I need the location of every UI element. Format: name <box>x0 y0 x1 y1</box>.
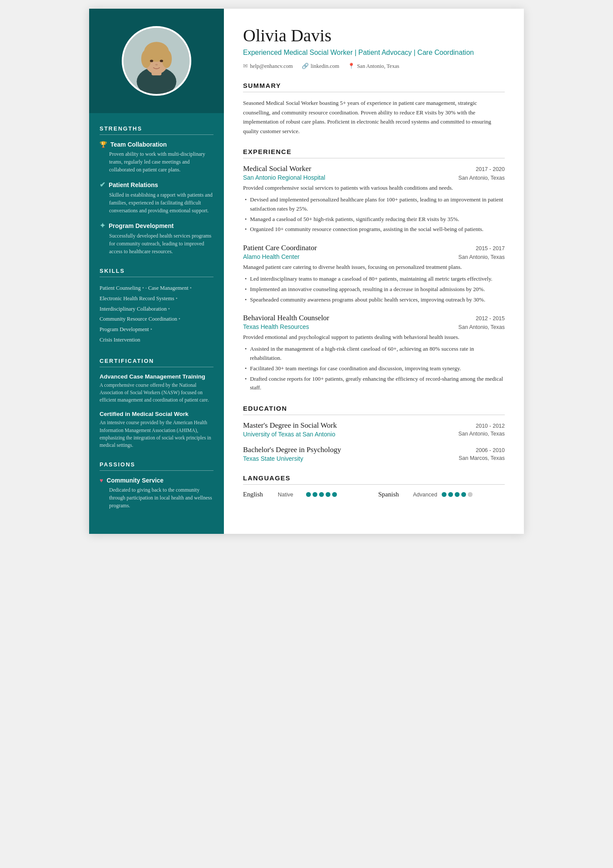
strength-item-3: ✦ Program Development Successfully devel… <box>100 221 213 255</box>
bullet-1-3: Organized 10+ community resource connect… <box>243 225 505 234</box>
dot-e-2 <box>313 492 317 497</box>
strength-item-2: ✔ Patient Relations Skilled in establish… <box>100 181 213 214</box>
edu-org-row-2: Texas State University San Marcos, Texas <box>243 455 505 462</box>
dot-s-2 <box>448 492 453 497</box>
checkmark-icon: ✔ <box>100 181 105 189</box>
exp-dates-2: 2015 - 2017 <box>476 245 505 251</box>
languages-section-title: LANGUAGES <box>243 474 505 485</box>
exp-org-3: Texas Health Resources <box>243 323 309 330</box>
bullet-1-1: Devised and implemented personalized hea… <box>243 195 505 214</box>
bullet-2-2: Implemented an innovative counseling app… <box>243 285 505 294</box>
passions-title: PASSIONS <box>100 461 213 471</box>
skill-1: Patient Counseling <box>100 285 144 291</box>
lang-name-english: English <box>243 491 273 498</box>
edu-item-1: Master's Degree in Social Work 2010 - 20… <box>243 421 505 438</box>
exp-summary-3: Provided emotional and psychological sup… <box>243 333 505 342</box>
passions-section: PASSIONS ♥ Community Service Dedicated t… <box>100 461 213 509</box>
edu-header-2: Bachelor's Degree in Psychology 2006 - 2… <box>243 446 505 454</box>
bullet-3-1: Assisted in the management of a high-ris… <box>243 345 505 363</box>
languages-section: LANGUAGES English Native Spanish Advanc <box>243 474 505 498</box>
bullet-3-2: Facilitated 30+ team meetings for case c… <box>243 364 505 373</box>
passion-title-1: ♥ Community Service <box>100 477 213 484</box>
lang-level-english: Native <box>278 492 302 498</box>
cert-title-2: Certified in Medical Social Work <box>100 411 213 417</box>
strength-item-1: 🏆 Team Collaboration Proven ability to w… <box>100 141 213 174</box>
skill-4: Interdisciplinary Collaboration <box>100 306 170 312</box>
lang-item-english: English Native <box>243 491 370 498</box>
strengths-list: 🏆 Team Collaboration Proven ability to w… <box>100 141 213 255</box>
dot-s-3 <box>455 492 460 497</box>
edu-org-2: Texas State University <box>243 455 303 462</box>
dot-e-5 <box>332 492 337 497</box>
exp-summary-1: Provided comprehensive social services t… <box>243 184 505 193</box>
exp-role-3: Behavioral Health Counselor <box>243 314 329 322</box>
contact-email: ✉ help@enhancv.com <box>243 63 293 70</box>
skills-list: Patient Counseling · Case Management Ele… <box>100 283 213 345</box>
cert-desc-1: A comprehensive course offered by the Na… <box>100 382 213 404</box>
lang-name-spanish: Spanish <box>378 491 409 498</box>
exp-header-3: Behavioral Health Counselor 2012 - 2015 <box>243 314 505 322</box>
exp-item-3: Behavioral Health Counselor 2012 - 2015 … <box>243 314 505 392</box>
skill-5: Community Resource Coordination <box>100 316 180 322</box>
experience-section: EXPERIENCE Medical Social Worker 2017 - … <box>243 148 505 392</box>
exp-org-2: Alamo Health Center <box>243 253 300 260</box>
exp-header-1: Medical Social Worker 2017 - 2020 <box>243 164 505 173</box>
exp-location-1: San Antonio, Texas <box>458 175 505 181</box>
edu-item-2: Bachelor's Degree in Psychology 2006 - 2… <box>243 446 505 462</box>
skill-2: Case Management <box>148 285 192 291</box>
exp-header-2: Patient Care Coordinator 2015 - 2017 <box>243 244 505 252</box>
lang-item-spanish: Spanish Advanced <box>378 491 505 498</box>
edu-location-2: San Marcos, Texas <box>459 455 505 462</box>
exp-dates-1: 2017 - 2020 <box>476 166 505 172</box>
exp-location-3: San Antonio, Texas <box>458 324 505 330</box>
exp-role-2: Patient Care Coordinator <box>243 244 317 252</box>
summary-text: Seasoned Medical Social Worker boasting … <box>243 98 505 136</box>
exp-org-1: San Antonio Regional Hospital <box>243 174 325 181</box>
exp-location-2: San Antonio, Texas <box>458 254 505 260</box>
cert-item-2: Certified in Medical Social Work An inte… <box>100 411 213 449</box>
lang-dots-english <box>306 492 337 497</box>
certification-title: CERTIFICATION <box>100 358 213 367</box>
strength-title-3: ✦ Program Development <box>100 221 213 230</box>
skill-3: Electronic Health Record Systems <box>100 295 177 302</box>
passion-item-1: ♥ Community Service Dedicated to giving … <box>100 477 213 509</box>
strength-desc-1: Proven ability to work with multi-discip… <box>100 150 213 174</box>
resume-container: STRENGTHS 🏆 Team Collaboration Proven ab… <box>89 9 524 534</box>
bullet-1-2: Managed a caseload of 50+ high-risk pati… <box>243 215 505 224</box>
photo-area <box>89 9 224 113</box>
main-header: Olivia Davis Experienced Medical Social … <box>243 26 505 70</box>
edu-degree-2: Bachelor's Degree in Psychology <box>243 446 341 454</box>
contact-location: 📍 San Antonio, Texas <box>348 63 399 70</box>
svg-point-9 <box>160 60 163 62</box>
settings-icon: ✦ <box>100 221 105 230</box>
candidate-title: Experienced Medical Social Worker | Pati… <box>243 48 505 57</box>
edu-org-row-1: University of Texas at San Antonio San A… <box>243 431 505 438</box>
dot-s-5 <box>468 492 473 497</box>
exp-item-1: Medical Social Worker 2017 - 2020 San An… <box>243 164 505 234</box>
strength-desc-2: Skilled in establishing a rapport with p… <box>100 191 213 214</box>
bullet-3-3: Drafted concise reports for 100+ patient… <box>243 375 505 393</box>
dot-e-3 <box>319 492 324 497</box>
exp-bullets-3: Assisted in the management of a high-ris… <box>243 345 505 392</box>
edu-org-1: University of Texas at San Antonio <box>243 431 335 438</box>
contact-row: ✉ help@enhancv.com 🔗 linkedin.com 📍 San … <box>243 63 505 70</box>
skills-section: SKILLS Patient Counseling · Case Managem… <box>100 268 213 345</box>
dot-s-4 <box>461 492 466 497</box>
sidebar: STRENGTHS 🏆 Team Collaboration Proven ab… <box>89 9 224 534</box>
dot-s-1 <box>442 492 446 497</box>
strengths-title: STRENGTHS <box>100 125 213 135</box>
contact-linkedin: 🔗 linkedin.com <box>302 63 340 70</box>
exp-bullets-2: Led interdisciplinary teams to manage a … <box>243 275 505 304</box>
strength-title-1: 🏆 Team Collaboration <box>100 141 213 148</box>
dot-e-4 <box>326 492 330 497</box>
cert-title-1: Advanced Case Management Training <box>100 373 213 380</box>
education-section: EDUCATION Master's Degree in Social Work… <box>243 405 505 462</box>
link-icon: 🔗 <box>302 63 309 70</box>
summary-section-title: SUMMARY <box>243 82 505 92</box>
svg-point-8 <box>150 60 153 62</box>
passion-desc-1: Dedicated to giving back to the communit… <box>100 486 213 509</box>
exp-bullets-1: Devised and implemented personalized hea… <box>243 195 505 234</box>
svg-rect-7 <box>146 50 167 55</box>
sidebar-content: STRENGTHS 🏆 Team Collaboration Proven ab… <box>89 113 224 534</box>
skill-7: Crisis Intervention <box>100 337 140 343</box>
